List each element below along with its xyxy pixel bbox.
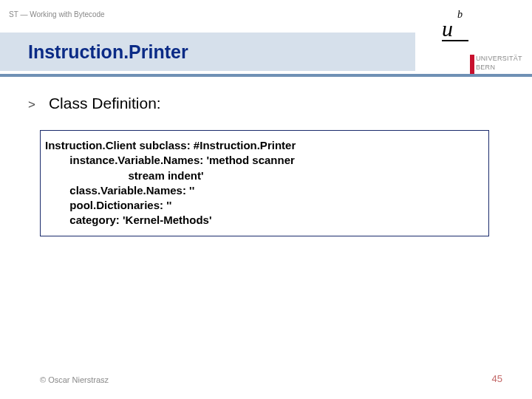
code-line-5: pool.Dictionaries: '' [45,198,484,213]
bullet-text: Class Definition: [49,95,161,112]
slide: ST — Working with Bytecode Instruction.P… [0,0,532,399]
code-line-1: Instruction.Client subclass: #Instructio… [45,138,484,153]
code-definition-box: Instruction.Client subclass: #Instructio… [40,130,489,236]
code-line-6: category: 'Kernel-Methods' [45,213,484,228]
logo-underline [442,40,468,41]
code-line-2: instance.Variable.Names: 'method scanner [45,153,484,168]
uni-line-1: UNIVERSITÄT [476,55,522,64]
title-bar: Instruction.Printer [0,33,415,71]
footer-copyright: © Oscar Nierstrasz [40,375,109,384]
page-number: 45 [492,373,502,384]
university-logo: u b UNIVERSITÄT BERN [415,0,532,74]
university-name: UNIVERSITÄT BERN [476,55,522,72]
code-line-4: class.Variable.Names: '' [45,183,484,198]
header-label: ST — Working with Bytecode [9,10,105,18]
logo-u-glyph: u [442,16,453,41]
header-divider [0,74,532,77]
code-line-3: stream indent' [45,168,484,183]
bullet-line: > Class Definition: [28,95,161,112]
uni-line-2: BERN [476,64,522,72]
logo-red-stripe [470,55,474,74]
logo-b-glyph: b [457,9,463,21]
bullet-marker-icon: > [28,98,35,112]
slide-title: Instruction.Printer [28,41,188,63]
